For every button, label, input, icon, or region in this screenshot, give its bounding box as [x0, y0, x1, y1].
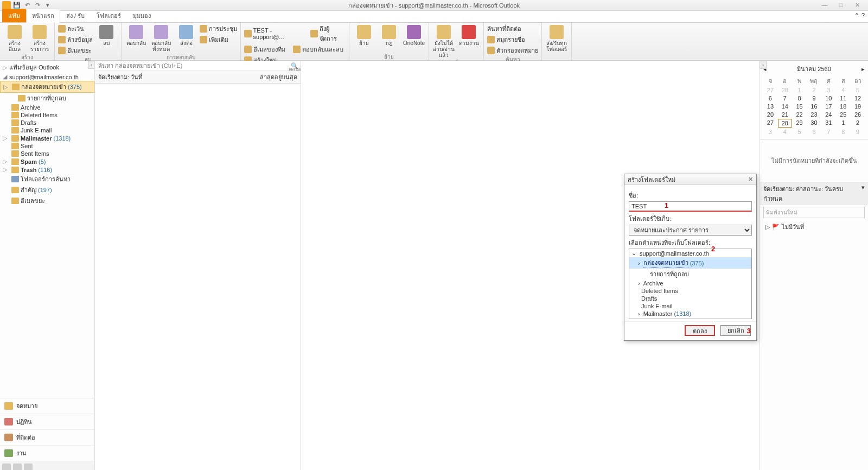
forward-button[interactable]: ส่งต่อ	[175, 24, 197, 47]
new-task-input[interactable]: พิมพ์งานใหม่	[763, 207, 865, 218]
delete-button[interactable]: ลบ	[95, 24, 118, 47]
new-email-button[interactable]: สร้างอีเมล	[3, 24, 26, 53]
nav-tasks[interactable]: งาน	[0, 446, 94, 461]
tab-file[interactable]: แฟ้ม	[2, 9, 26, 22]
folder-Sent[interactable]: Sent	[0, 142, 94, 150]
calendar-day[interactable]: 3	[763, 128, 777, 136]
calendar-day[interactable]: 28	[778, 119, 792, 128]
calendar-day[interactable]: 11	[836, 94, 850, 102]
tree-account[interactable]: ⌄support@mailmaster.co.th	[629, 249, 751, 257]
reply-button[interactable]: ตอบกลับ	[125, 24, 148, 47]
folder-Drafts[interactable]: Drafts	[0, 119, 94, 126]
search-input[interactable]	[95, 61, 289, 71]
onenote-button[interactable]: OneNote	[403, 24, 425, 47]
calendar-day[interactable]: 31	[821, 119, 835, 128]
calendar-day[interactable]: 1	[793, 86, 807, 94]
calendar-day[interactable]: 8	[836, 128, 850, 136]
calendar-day[interactable]: 10	[821, 94, 835, 102]
calendar-day[interactable]: 23	[807, 111, 821, 118]
tree-item-กล่องจดหมายเข้า[interactable]: ›กล่องจดหมายเข้า (375)	[629, 257, 751, 269]
calendar-day[interactable]: 3	[821, 86, 835, 94]
task-group[interactable]: ▷🚩ไม่มีวันที่	[760, 220, 868, 234]
calendar-day[interactable]: 19	[851, 103, 865, 110]
calendar-day[interactable]: 7	[778, 94, 792, 102]
folder-contains-select[interactable]: จดหมายและประกาศ รายการ	[629, 225, 752, 236]
calendar-day[interactable]: 4	[778, 128, 792, 136]
folder-รายการที่ถูกลบ[interactable]: รายการที่ถูกลบ	[0, 93, 94, 104]
calendar-day[interactable]: 17	[821, 103, 835, 110]
calendar-day[interactable]: 16	[807, 103, 821, 110]
dialog-close-button[interactable]: ✕	[748, 176, 753, 183]
followup-button[interactable]: ตามงาน	[457, 24, 480, 47]
unread-button[interactable]: ยังไม่ได้อ่าน/อ่านแล้ว	[432, 24, 455, 59]
cleanup-button[interactable]: ล้างข้อมูล	[58, 35, 93, 45]
calendar-day[interactable]: 28	[778, 86, 792, 94]
folder-สำคัญ[interactable]: สำคัญ (197)	[0, 185, 94, 195]
tree-item-Archive[interactable]: ›Archive	[629, 280, 751, 287]
tree-item-Deleted Items[interactable]: Deleted Items	[629, 287, 751, 295]
nav-notes-icon[interactable]	[2, 463, 11, 470]
list-header[interactable]: จัดเรียงตาม: วันที่ ล่าสุดอยู่บนสุด	[95, 71, 301, 84]
calendar-day[interactable]: 1	[836, 119, 850, 128]
minimize-button[interactable]: —	[818, 2, 831, 9]
filter-button[interactable]: ตัวกรองจดหมาย	[487, 46, 538, 55]
nav-calendar[interactable]: ปฏิทิน	[0, 414, 94, 430]
folder-กล่องจดหมายเข้า[interactable]: ▷กล่องจดหมายเข้า (375)	[0, 81, 94, 93]
next-month-icon[interactable]: ▸	[861, 66, 865, 73]
calendar-day[interactable]: 25	[836, 111, 850, 118]
address-book-button[interactable]: สมุดรายชื่อ	[487, 35, 538, 45]
rules-button[interactable]: กฎ	[378, 24, 400, 47]
calendar-day[interactable]: 20	[763, 111, 777, 118]
calendar-day[interactable]: 26	[851, 111, 865, 118]
cancel-button[interactable]: ยกเลิก	[720, 325, 751, 336]
calendar-day[interactable]: 6	[807, 128, 821, 136]
calendar-day[interactable]: 5	[851, 86, 865, 94]
tree-item-Junk E-mail[interactable]: Junk E-mail	[629, 302, 751, 310]
collapse-nav-icon[interactable]: ‹	[88, 61, 94, 69]
calendar-day[interactable]: 2	[807, 86, 821, 94]
tree-item-Sent[interactable]: Sent	[629, 317, 751, 319]
calendar-day[interactable]: 8	[793, 94, 807, 102]
ignore-button[interactable]: ละเว้น	[58, 24, 93, 34]
tree-item-รายการที่ถูกลบ[interactable]: รายการที่ถูกลบ	[629, 269, 751, 280]
calendar-day[interactable]: 9	[807, 94, 821, 102]
calendar-day[interactable]: 14	[778, 103, 792, 110]
nav-mail[interactable]: จดหมาย	[0, 398, 94, 414]
calendar-day[interactable]: 18	[836, 103, 850, 110]
junk-button[interactable]: อีเมลขยะ	[58, 46, 93, 55]
search-icon[interactable]: 🔍	[289, 61, 301, 71]
ok-button[interactable]: ตกลง	[685, 325, 715, 336]
help-icon[interactable]: ?	[861, 12, 865, 18]
calendar-day[interactable]: 4	[836, 86, 850, 94]
calendar-day[interactable]: 7	[821, 128, 835, 136]
tree-item-Drafts[interactable]: Drafts	[629, 295, 751, 302]
calendar-day[interactable]: 30	[807, 119, 821, 128]
quickstep-item[interactable]: อีเมลของทีม ตอบกลับและลบ	[244, 45, 346, 54]
folder-โฟลเดอร์การค้นหา[interactable]: โฟลเดอร์การค้นหา	[0, 174, 94, 185]
calendar-day[interactable]: 12	[851, 94, 865, 102]
tasks-header[interactable]: จัดเรียงตาม: ค่าสถานะ: วันครบกำหนด▾	[760, 182, 868, 205]
close-button[interactable]: ✕	[851, 2, 864, 9]
calendar-day[interactable]: 22	[793, 111, 807, 118]
folder-Mailmaster[interactable]: ▷Mailmaster (1318)	[0, 134, 94, 142]
more-button[interactable]: เพิ่มเติม	[200, 35, 237, 45]
folder-Sent Items[interactable]: Sent Items	[0, 150, 94, 157]
tree-item-Mailmaster[interactable]: ›Mailmaster (1318)	[629, 310, 751, 317]
nav-contacts[interactable]: ที่ติดต่อ	[0, 430, 94, 446]
tab-view[interactable]: มุมมอง	[127, 9, 157, 22]
tab-home[interactable]: หน้าแรก	[26, 9, 60, 23]
calendar-day[interactable]: 6	[763, 94, 777, 102]
collapse-right-icon[interactable]: ›	[760, 61, 767, 69]
folder-Deleted Items[interactable]: Deleted Items	[0, 111, 94, 119]
calendar-grid[interactable]: จอพพฤศสอา2728123456789101112131415161718…	[763, 76, 865, 136]
calendar-day[interactable]: 27	[763, 119, 777, 128]
nav-folders-icon[interactable]	[13, 463, 22, 470]
minimize-ribbon-icon[interactable]: ^	[856, 12, 858, 18]
calendar-day[interactable]: 27	[763, 86, 777, 94]
folder-Spam[interactable]: ▷Spam (5)	[0, 157, 94, 166]
calendar-day[interactable]: 2	[851, 119, 865, 128]
maximize-button[interactable]: □	[834, 2, 847, 9]
reply-all-button[interactable]: ตอบกลับทั้งหมด	[150, 24, 173, 53]
quickstep-item[interactable]: TEST - support@... ถึงผู้จัดการ	[244, 24, 346, 43]
calendar-day[interactable]: 15	[793, 103, 807, 110]
